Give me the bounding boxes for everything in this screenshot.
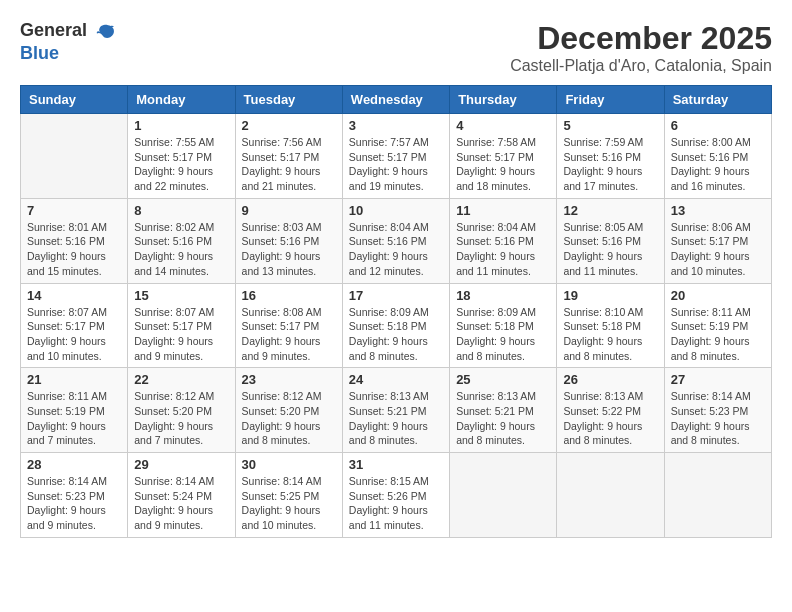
calendar-header-row: SundayMondayTuesdayWednesdayThursdayFrid… [21, 86, 772, 114]
day-info: Sunrise: 8:13 AM Sunset: 5:22 PM Dayligh… [563, 389, 657, 448]
calendar-cell: 3Sunrise: 7:57 AM Sunset: 5:17 PM Daylig… [342, 114, 449, 199]
day-number: 3 [349, 118, 443, 133]
day-number: 6 [671, 118, 765, 133]
day-info: Sunrise: 8:05 AM Sunset: 5:16 PM Dayligh… [563, 220, 657, 279]
day-number: 8 [134, 203, 228, 218]
day-info: Sunrise: 7:55 AM Sunset: 5:17 PM Dayligh… [134, 135, 228, 194]
calendar-cell [664, 453, 771, 538]
calendar-cell: 5Sunrise: 7:59 AM Sunset: 5:16 PM Daylig… [557, 114, 664, 199]
calendar-cell: 24Sunrise: 8:13 AM Sunset: 5:21 PM Dayli… [342, 368, 449, 453]
day-info: Sunrise: 7:57 AM Sunset: 5:17 PM Dayligh… [349, 135, 443, 194]
day-info: Sunrise: 8:07 AM Sunset: 5:17 PM Dayligh… [134, 305, 228, 364]
logo-blue: Blue [20, 43, 59, 63]
calendar-cell: 26Sunrise: 8:13 AM Sunset: 5:22 PM Dayli… [557, 368, 664, 453]
calendar-cell: 20Sunrise: 8:11 AM Sunset: 5:19 PM Dayli… [664, 283, 771, 368]
day-info: Sunrise: 8:04 AM Sunset: 5:16 PM Dayligh… [456, 220, 550, 279]
logo: General Blue [20, 20, 118, 64]
calendar-cell: 16Sunrise: 8:08 AM Sunset: 5:17 PM Dayli… [235, 283, 342, 368]
calendar-cell: 30Sunrise: 8:14 AM Sunset: 5:25 PM Dayli… [235, 453, 342, 538]
day-number: 23 [242, 372, 336, 387]
logo-general: General [20, 20, 87, 40]
calendar-cell: 28Sunrise: 8:14 AM Sunset: 5:23 PM Dayli… [21, 453, 128, 538]
day-number: 2 [242, 118, 336, 133]
day-info: Sunrise: 8:13 AM Sunset: 5:21 PM Dayligh… [456, 389, 550, 448]
calendar-cell: 4Sunrise: 7:58 AM Sunset: 5:17 PM Daylig… [450, 114, 557, 199]
day-info: Sunrise: 8:14 AM Sunset: 5:23 PM Dayligh… [671, 389, 765, 448]
day-info: Sunrise: 7:58 AM Sunset: 5:17 PM Dayligh… [456, 135, 550, 194]
day-info: Sunrise: 8:14 AM Sunset: 5:24 PM Dayligh… [134, 474, 228, 533]
day-number: 19 [563, 288, 657, 303]
day-info: Sunrise: 8:02 AM Sunset: 5:16 PM Dayligh… [134, 220, 228, 279]
day-info: Sunrise: 7:59 AM Sunset: 5:16 PM Dayligh… [563, 135, 657, 194]
weekday-header-friday: Friday [557, 86, 664, 114]
calendar-cell: 10Sunrise: 8:04 AM Sunset: 5:16 PM Dayli… [342, 198, 449, 283]
calendar-cell: 31Sunrise: 8:15 AM Sunset: 5:26 PM Dayli… [342, 453, 449, 538]
logo-text: General [20, 20, 118, 43]
calendar-cell: 6Sunrise: 8:00 AM Sunset: 5:16 PM Daylig… [664, 114, 771, 199]
calendar-table: SundayMondayTuesdayWednesdayThursdayFrid… [20, 85, 772, 538]
day-number: 13 [671, 203, 765, 218]
calendar-cell: 8Sunrise: 8:02 AM Sunset: 5:16 PM Daylig… [128, 198, 235, 283]
day-number: 11 [456, 203, 550, 218]
calendar-cell: 27Sunrise: 8:14 AM Sunset: 5:23 PM Dayli… [664, 368, 771, 453]
weekday-header-tuesday: Tuesday [235, 86, 342, 114]
day-number: 22 [134, 372, 228, 387]
day-info: Sunrise: 8:09 AM Sunset: 5:18 PM Dayligh… [349, 305, 443, 364]
calendar-cell: 23Sunrise: 8:12 AM Sunset: 5:20 PM Dayli… [235, 368, 342, 453]
calendar-week-row: 14Sunrise: 8:07 AM Sunset: 5:17 PM Dayli… [21, 283, 772, 368]
day-info: Sunrise: 8:14 AM Sunset: 5:25 PM Dayligh… [242, 474, 336, 533]
calendar-week-row: 21Sunrise: 8:11 AM Sunset: 5:19 PM Dayli… [21, 368, 772, 453]
weekday-header-saturday: Saturday [664, 86, 771, 114]
page-title: December 2025 [510, 20, 772, 57]
day-number: 28 [27, 457, 121, 472]
day-number: 30 [242, 457, 336, 472]
calendar-cell: 17Sunrise: 8:09 AM Sunset: 5:18 PM Dayli… [342, 283, 449, 368]
calendar-cell: 19Sunrise: 8:10 AM Sunset: 5:18 PM Dayli… [557, 283, 664, 368]
weekday-header-sunday: Sunday [21, 86, 128, 114]
day-number: 16 [242, 288, 336, 303]
calendar-cell: 11Sunrise: 8:04 AM Sunset: 5:16 PM Dayli… [450, 198, 557, 283]
day-info: Sunrise: 8:13 AM Sunset: 5:21 PM Dayligh… [349, 389, 443, 448]
weekday-header-monday: Monday [128, 86, 235, 114]
day-number: 5 [563, 118, 657, 133]
day-info: Sunrise: 8:10 AM Sunset: 5:18 PM Dayligh… [563, 305, 657, 364]
calendar-cell [557, 453, 664, 538]
day-number: 14 [27, 288, 121, 303]
day-number: 27 [671, 372, 765, 387]
day-number: 12 [563, 203, 657, 218]
weekday-header-wednesday: Wednesday [342, 86, 449, 114]
day-info: Sunrise: 8:06 AM Sunset: 5:17 PM Dayligh… [671, 220, 765, 279]
calendar-week-row: 7Sunrise: 8:01 AM Sunset: 5:16 PM Daylig… [21, 198, 772, 283]
day-number: 15 [134, 288, 228, 303]
day-number: 20 [671, 288, 765, 303]
calendar-cell: 14Sunrise: 8:07 AM Sunset: 5:17 PM Dayli… [21, 283, 128, 368]
day-number: 18 [456, 288, 550, 303]
calendar-week-row: 28Sunrise: 8:14 AM Sunset: 5:23 PM Dayli… [21, 453, 772, 538]
day-number: 25 [456, 372, 550, 387]
day-number: 29 [134, 457, 228, 472]
calendar-cell: 2Sunrise: 7:56 AM Sunset: 5:17 PM Daylig… [235, 114, 342, 199]
calendar-cell: 7Sunrise: 8:01 AM Sunset: 5:16 PM Daylig… [21, 198, 128, 283]
calendar-cell: 12Sunrise: 8:05 AM Sunset: 5:16 PM Dayli… [557, 198, 664, 283]
day-number: 9 [242, 203, 336, 218]
day-number: 21 [27, 372, 121, 387]
day-info: Sunrise: 8:04 AM Sunset: 5:16 PM Dayligh… [349, 220, 443, 279]
day-info: Sunrise: 8:00 AM Sunset: 5:16 PM Dayligh… [671, 135, 765, 194]
day-number: 31 [349, 457, 443, 472]
day-info: Sunrise: 8:12 AM Sunset: 5:20 PM Dayligh… [242, 389, 336, 448]
day-info: Sunrise: 8:08 AM Sunset: 5:17 PM Dayligh… [242, 305, 336, 364]
day-info: Sunrise: 8:11 AM Sunset: 5:19 PM Dayligh… [671, 305, 765, 364]
day-number: 1 [134, 118, 228, 133]
day-info: Sunrise: 8:01 AM Sunset: 5:16 PM Dayligh… [27, 220, 121, 279]
calendar-cell [450, 453, 557, 538]
calendar-cell: 13Sunrise: 8:06 AM Sunset: 5:17 PM Dayli… [664, 198, 771, 283]
day-number: 10 [349, 203, 443, 218]
calendar-cell: 18Sunrise: 8:09 AM Sunset: 5:18 PM Dayli… [450, 283, 557, 368]
day-number: 17 [349, 288, 443, 303]
day-info: Sunrise: 8:11 AM Sunset: 5:19 PM Dayligh… [27, 389, 121, 448]
day-number: 24 [349, 372, 443, 387]
day-number: 26 [563, 372, 657, 387]
day-number: 7 [27, 203, 121, 218]
day-info: Sunrise: 7:56 AM Sunset: 5:17 PM Dayligh… [242, 135, 336, 194]
title-section: December 2025 Castell-Platja d'Aro, Cata… [510, 20, 772, 75]
